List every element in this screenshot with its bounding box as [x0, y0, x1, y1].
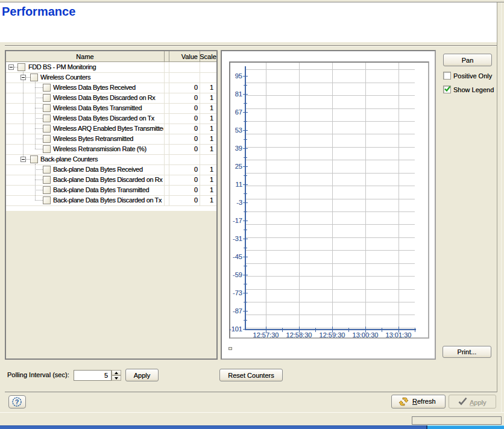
svg-text:?: ? — [15, 398, 19, 406]
